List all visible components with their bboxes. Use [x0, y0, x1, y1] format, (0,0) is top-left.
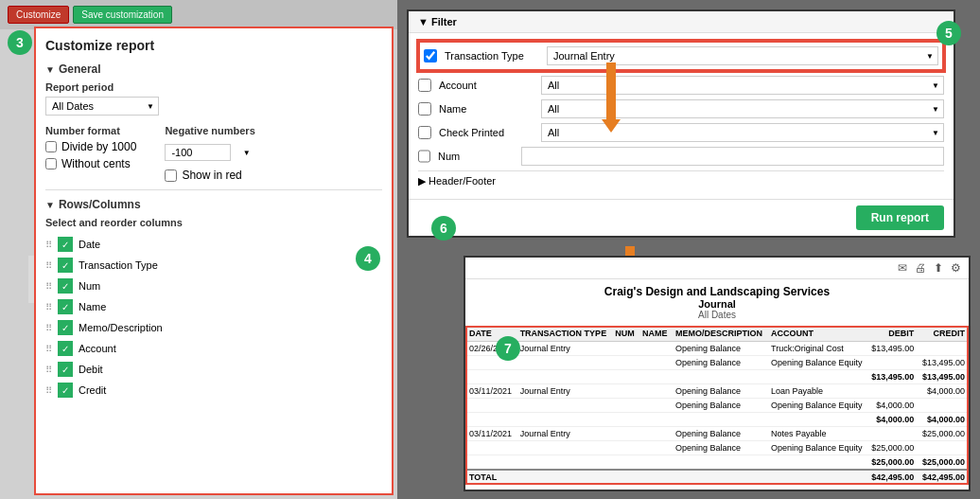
email-icon[interactable]: ✉	[898, 261, 907, 275]
transaction-type-checkbox[interactable]	[424, 49, 437, 62]
name-row: Name All	[418, 99, 944, 118]
account-row: Account All	[418, 76, 944, 95]
drag-handle-num-icon[interactable]: ⠿	[45, 281, 52, 292]
customize-button[interactable]: Customize	[8, 6, 69, 24]
number-format-group: Number format Divide by 1000 Without cen…	[45, 125, 136, 174]
cell-account: Opening Balance Equity	[767, 399, 867, 413]
cell-debit: $13,495.00	[867, 342, 919, 356]
cell-type: Journal Entry	[516, 384, 612, 399]
col-account-checkbox[interactable]: ✓	[58, 341, 73, 356]
col-name-checkbox[interactable]: ✓	[58, 299, 73, 314]
cell-memo: Opening Balance	[672, 427, 767, 441]
col-num-label: Num	[79, 280, 100, 292]
col-date: ⠿ ✓ Date	[45, 234, 382, 255]
check-printed-row: Check Printed All	[418, 123, 944, 142]
number-format-section: Number format Divide by 1000 Without cen…	[45, 125, 382, 182]
col-header-name: NAME	[639, 326, 672, 342]
cell-name	[639, 356, 672, 370]
account-checkbox[interactable]	[418, 79, 431, 92]
col-memo-checkbox[interactable]: ✓	[58, 320, 73, 335]
drag-handle-date-icon[interactable]: ⠿	[45, 240, 52, 250]
without-cents-checkbox[interactable]	[45, 158, 57, 169]
arrow-body-1	[606, 62, 616, 119]
col-date-checkbox[interactable]: ✓	[58, 237, 73, 252]
cell-memo: Opening Balance	[672, 399, 767, 413]
total-debit: $42,495.00	[867, 470, 919, 485]
col-header-account: ACCOUNT	[767, 326, 867, 342]
filter-body: Transaction Type Journal Entry Account A…	[409, 33, 954, 199]
cell-num	[611, 384, 639, 399]
col-transaction-type: ⠿ ✓ Transaction Type	[45, 255, 382, 276]
col-num-checkbox[interactable]: ✓	[58, 278, 73, 294]
run-report-row: Run report	[409, 199, 954, 236]
cell-debit: $4,000.00	[867, 399, 919, 413]
cell-credit: $25,000.00	[918, 427, 969, 441]
cell-memo: Opening Balance	[672, 441, 767, 455]
col-name: ⠿ ✓ Name	[45, 296, 382, 317]
cell-credit	[918, 399, 969, 413]
col-debit: ⠿ ✓ Debit	[45, 359, 382, 380]
table-row: Opening Balance Opening Balance Equity $…	[465, 441, 969, 455]
cell-num	[611, 427, 639, 441]
check-printed-checkbox[interactable]	[418, 126, 431, 139]
drag-handle-debit-icon[interactable]: ⠿	[45, 365, 52, 375]
negative-select[interactable]: -100	[165, 144, 231, 161]
total-label: TOTAL	[465, 470, 867, 485]
cell-type	[516, 356, 612, 370]
total-row: TOTAL $42,495.00 $42,495.00	[465, 470, 969, 485]
subtotal-row: $25,000.00 $25,000.00	[465, 455, 969, 471]
col-transaction-type-checkbox[interactable]: ✓	[58, 258, 73, 273]
step-3-badge: 3	[8, 30, 32, 55]
cell-date	[465, 399, 516, 413]
drag-handle-account-icon[interactable]: ⠿	[45, 344, 52, 354]
report-period-select[interactable]: All Dates	[45, 97, 159, 116]
col-header-num: NUM	[611, 326, 639, 342]
report-panel: ✉ 🖨 ⬆ ⚙ Craig's Design and Landscaping S…	[464, 256, 971, 491]
col-date-label: Date	[79, 239, 100, 250]
col-header-credit: CREDIT	[918, 326, 969, 342]
drag-handle-name-icon[interactable]: ⠿	[45, 302, 52, 312]
header-footer-toggle-icon[interactable]: ▶ Header/Footer	[418, 175, 496, 187]
cell-num	[611, 356, 639, 370]
cell-type: Journal Entry	[516, 427, 612, 441]
step-5-badge: 5	[936, 21, 961, 45]
name-checkbox[interactable]	[418, 102, 431, 116]
num-filter-checkbox[interactable]	[418, 150, 430, 163]
save-customization-button[interactable]: Save customization	[73, 6, 172, 24]
transaction-type-label: Transaction Type	[445, 50, 539, 62]
table-row: 03/11/2021 Journal Entry Opening Balance…	[465, 384, 969, 399]
account-label: Account	[439, 80, 534, 91]
report-name: Journal	[471, 298, 963, 310]
table-row: Opening Balance Opening Balance Equity $…	[465, 399, 969, 413]
cell-empty	[465, 455, 867, 471]
drag-handle-transaction-type-icon[interactable]: ⠿	[45, 260, 52, 271]
cell-debit: $25,000.00	[867, 441, 919, 455]
number-format-label: Number format	[45, 125, 136, 136]
col-num: ⠿ ✓ Num	[45, 276, 382, 296]
print-icon[interactable]: 🖨	[915, 261, 926, 275]
divide-by-1000-checkbox[interactable]	[45, 141, 57, 152]
filter-toggle-icon[interactable]: ▼ Filter	[418, 16, 457, 27]
drag-handle-memo-icon[interactable]: ⠿	[45, 323, 52, 333]
show-in-red-checkbox[interactable]	[165, 169, 177, 182]
col-debit-checkbox[interactable]: ✓	[58, 362, 73, 377]
customize-report-title: Customize report	[45, 38, 382, 53]
step-6-badge: 6	[431, 216, 456, 241]
col-credit-checkbox[interactable]: ✓	[58, 383, 73, 398]
without-cents-row: Without cents	[45, 157, 136, 170]
general-arrow-icon: ▼	[45, 64, 55, 75]
cell-subtotal-debit: $25,000.00	[867, 455, 919, 471]
settings-icon[interactable]: ⚙	[951, 261, 961, 275]
cell-debit	[867, 356, 919, 370]
cell-credit: $13,495.00	[918, 356, 969, 370]
rows-columns-section-header: ▼ Rows/Columns	[45, 198, 382, 211]
report-period-label: Report period	[45, 81, 382, 93]
run-report-button[interactable]: Run report	[856, 205, 944, 230]
cell-memo: Opening Balance	[672, 342, 767, 356]
filter-header: ▼ Filter	[409, 11, 954, 33]
drag-handle-credit-icon[interactable]: ⠿	[45, 385, 52, 396]
num-filter-input[interactable]	[521, 147, 944, 166]
rows-columns-arrow-icon: ▼	[45, 200, 55, 210]
cell-num	[611, 399, 639, 413]
export-icon[interactable]: ⬆	[934, 261, 943, 275]
